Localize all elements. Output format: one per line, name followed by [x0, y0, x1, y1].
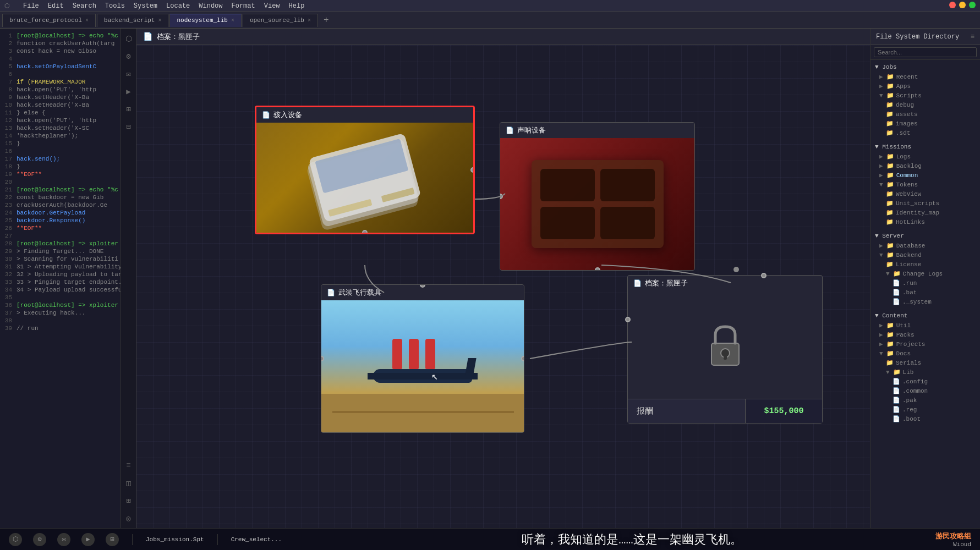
sidebar-icon-settings[interactable]: ⚙ [123, 51, 134, 62]
tab-add-button[interactable]: + [319, 15, 333, 25]
expand-icon: ▼ [879, 350, 883, 357]
file-item-projects[interactable]: ▶ 📁 Projects [870, 339, 980, 349]
line-number: 10 [0, 102, 17, 108]
file-item-tokens[interactable]: ▼ 📁 Tokens [870, 180, 980, 189]
file-item-backend[interactable]: ▼ 📁 Backend [870, 250, 980, 260]
file-item-change-logs[interactable]: ▼ 📁 Change Logs [870, 269, 980, 278]
file-item-database[interactable]: ▶ 📁 Database [870, 241, 980, 250]
jobs-header[interactable]: ▼ Jobs [870, 62, 980, 72]
missions-header[interactable]: ▼ Missions [870, 142, 980, 152]
minimize-button[interactable] [959, 2, 966, 8]
file-item-recent[interactable]: ▶ 📁 Recent [870, 72, 980, 81]
item-label: Serials [896, 360, 921, 366]
line-content: hack.open('PUT', 'http [17, 117, 96, 124]
file-item-packs[interactable]: ▶ 📁 Packs [870, 330, 980, 339]
file-item-identity-map[interactable]: 📁 Identity_map [870, 208, 980, 217]
status-play-icon[interactable]: ▶ [81, 533, 95, 546]
file-item-serials[interactable]: 📁 Serials [870, 358, 980, 367]
tab-close-icon[interactable]: × [231, 18, 234, 24]
status-home-icon[interactable]: ⬡ [9, 533, 22, 546]
file-item-bat[interactable]: 📄 .bat [870, 288, 980, 297]
line-number: 2 [0, 40, 17, 47]
line-number: 20 [0, 179, 17, 185]
watermark-text: 游民攻略组 [935, 531, 971, 541]
menu-locate[interactable]: Locate [166, 2, 190, 10]
menu-edit[interactable]: Edit [48, 2, 64, 10]
file-item-sdt[interactable]: 📁 .sdt [870, 128, 980, 138]
sidebar-icon-home[interactable]: ⬡ [123, 33, 134, 44]
sidebar-icon-grid2[interactable]: ⊞ [123, 495, 134, 506]
file-item-boot[interactable]: 📄 .boot [870, 414, 980, 424]
file-item-license[interactable]: 📁 License [870, 260, 980, 269]
sidebar-icon-stack[interactable]: ≡ [123, 460, 134, 471]
tab-backend-script[interactable]: backend_script × [97, 14, 168, 27]
file-icon: 📄 [893, 406, 900, 413]
file-item-reg[interactable]: 📄 .reg [870, 405, 980, 414]
sidebar-icon-layers[interactable]: ◫ [123, 477, 134, 488]
file-item-common-file[interactable]: 📄 .common [870, 386, 980, 395]
canvas-area[interactable]: 📄 骇入设备 [136, 45, 870, 528]
server-header[interactable]: ▼ Server [870, 231, 980, 241]
sidebar-icon-mail[interactable]: ✉ [123, 68, 134, 79]
sidebar-icon-circle[interactable]: ◎ [123, 513, 134, 524]
file-item-logs[interactable]: ▶ 📁 Logs [870, 152, 980, 161]
file-item-apps[interactable]: ▶ 📁 Apps [870, 81, 980, 91]
item-label: Identity_map [896, 210, 939, 216]
file-item-backlog[interactable]: ▶ 📁 Backlog [870, 161, 980, 170]
file-search-input[interactable] [874, 47, 977, 57]
file-item-system[interactable]: 📄 ._system [870, 297, 980, 306]
menu-help[interactable]: Help [289, 2, 305, 10]
tab-close-icon[interactable]: × [85, 18, 89, 24]
sidebar-icon-terminal[interactable]: ⊞ [123, 103, 134, 114]
file-item-common[interactable]: ▶ 📁 Common [870, 170, 980, 180]
file-item-util[interactable]: ▶ 📁 Util [870, 321, 980, 330]
tab-close-icon[interactable]: × [308, 18, 311, 24]
archive-card[interactable]: 📄 档案：黑匣子 报酬 [627, 275, 823, 424]
file-item-pak[interactable]: 📄 .pak [870, 395, 980, 405]
file-item-docs[interactable]: ▼ 📁 Docs [870, 349, 980, 358]
file-item-debug[interactable]: 📁 debug [870, 100, 980, 109]
file-item-assets[interactable]: 📁 assets [870, 109, 980, 119]
code-line: 18} [0, 163, 121, 170]
file-item-unit-scripts[interactable]: 📁 Unit_scripts [870, 199, 980, 208]
menu-window[interactable]: Window [199, 2, 222, 10]
menu-search[interactable]: Search [73, 2, 96, 10]
close-button[interactable] [949, 2, 956, 8]
menu-format[interactable]: Format [232, 2, 255, 10]
menu-tools[interactable]: Tools [105, 2, 125, 10]
file-item-lib[interactable]: ▼ 📁 Lib [870, 367, 980, 377]
maximize-button[interactable] [969, 2, 976, 8]
file-item-config[interactable]: 📄 .config [870, 377, 980, 386]
line-content: hack.open('PUT', 'http [17, 86, 96, 93]
tab-nodesystem[interactable]: nodesystem_lib × [169, 14, 241, 27]
menu-system[interactable]: System [134, 2, 157, 10]
status-terminal-icon[interactable]: ⊞ [106, 533, 119, 546]
code-line: 28[root@localhost] => xploiter - [0, 240, 121, 248]
file-item-hotlinks[interactable]: 📁 HotLinks [870, 217, 980, 227]
keyboard-device-card[interactable]: 📄 骇入设备 [255, 106, 475, 234]
file-panel-collapse[interactable]: ≡ [971, 33, 974, 41]
file-item-images[interactable]: 📁 images [870, 119, 980, 128]
item-label: Backlog [896, 163, 922, 169]
watermark-sub-text: Wioud [935, 541, 971, 548]
sidebar-icon-grid[interactable]: ⊟ [123, 121, 134, 132]
code-panel: 1[root@localhost] => echo "%c2function c… [0, 29, 121, 528]
aircraft-card[interactable]: 📄 武装飞行载具 [321, 284, 524, 433]
tab-open-source[interactable]: open_source_lib × [243, 14, 318, 27]
file-item-webview[interactable]: 📁 WebView [870, 189, 980, 199]
sidebar-icon-play[interactable]: ▶ [123, 86, 134, 97]
tab-close-icon[interactable]: × [158, 18, 161, 24]
content-header[interactable]: ▼ Content [870, 311, 980, 321]
file-item-scripts[interactable]: ▼ 📁 Scripts [870, 91, 980, 100]
file-item-run[interactable]: 📄 .run [870, 278, 980, 288]
line-number: 33 [0, 279, 17, 285]
status-mail-icon[interactable]: ✉ [57, 533, 70, 546]
tab-brute-force[interactable]: brute_force_protocol × [2, 14, 96, 27]
menu-view[interactable]: View [264, 2, 280, 10]
status-settings-icon[interactable]: ⚙ [33, 533, 46, 546]
audio-device-card[interactable]: 📄 声呐设备 [500, 122, 695, 271]
menu-file[interactable]: File [23, 2, 39, 10]
item-label: Lib [903, 369, 914, 376]
line-number: 6 [0, 71, 17, 78]
line-content: hack.setHeader('X-Ba [17, 94, 89, 101]
